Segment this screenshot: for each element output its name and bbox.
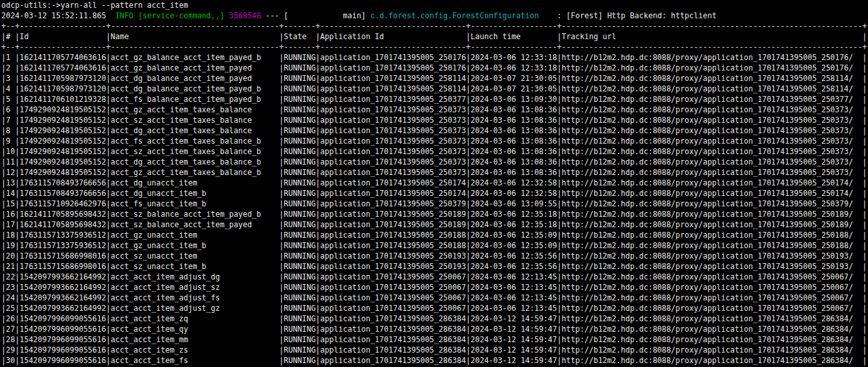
- log-context: [service-command,,]: [133, 11, 225, 20]
- table-row: |22|1542097993662164992|acct_acct_item_a…: [1, 272, 868, 282]
- table-row: |2 |1621411705774063616|acct_gz_balance_…: [1, 63, 868, 73]
- yarn-applications-table: +--+-------------------+----------------…: [1, 21, 868, 366]
- table-row: |10|1749290924819505152|acct_sz_acct_ite…: [1, 146, 868, 157]
- log-timestamp: 2024-03-12 15:52:11.865: [1, 11, 116, 20]
- log-thread: --- [ main]: [261, 11, 371, 20]
- table-row: |28|1542097996099055616|acct_acct_item_m…: [1, 334, 868, 345]
- table-row: |4 |1621411705987973120|acct_dg_balance_…: [1, 84, 868, 94]
- table-row: |25|1542097993662164992|acct_acct_item_a…: [1, 303, 868, 313]
- logger-name: c.d.forest.config.ForestConfiguration: [370, 11, 538, 20]
- shell-prompt-and-command: odcp-utils:->yarn-all --pattern acct_ite…: [1, 1, 188, 10]
- log-message: : [Forest] Http Backend: httpclient: [539, 11, 717, 20]
- table-row: |20|1763115715686998016|acct_sz_unacct_i…: [1, 251, 868, 261]
- table-row: |5 |1621411706101219328|acct_fs_balance_…: [1, 94, 868, 104]
- terminal-screen[interactable]: odcp-utils:->yarn-all --pattern acct_ite…: [0, 0, 868, 366]
- table-row: |9 |1749290924819505152|acct_fs_acct_ite…: [1, 136, 868, 146]
- table-row: |16|1621411705895698432|acct_sz_balance_…: [1, 209, 868, 219]
- table-header-row: |# |Id |Name |State |Application Id |Lau…: [1, 31, 868, 42]
- table-row: |11|1749290924819505152|acct_dg_acct_ite…: [1, 157, 868, 167]
- table-row: |6 |1749290924819505152|acct_gz_acct_ite…: [1, 104, 868, 115]
- table-row: |7 |1749290924819505152|acct_sz_acct_ite…: [1, 115, 868, 125]
- table-row: |26|1542097996099055616|acct_acct_item_z…: [1, 313, 868, 324]
- table-row: |12|1749290924819505152|acct_gz_acct_ite…: [1, 167, 868, 178]
- table-row: |15|1763115710926462976|acct_fs_unacct_i…: [1, 199, 868, 209]
- table-row: |1 |1621411705774063616|acct_gz_balance_…: [1, 52, 868, 63]
- table-row: |27|1542097996099055616|acct_acct_item_q…: [1, 324, 868, 334]
- table-row: |30|1542097996099055616|acct_acct_item_f…: [1, 355, 868, 366]
- table-row: |23|1542097993662164992|acct_acct_item_a…: [1, 282, 868, 293]
- table-row: |14|1763115708493766656|acct_dg_unacct_i…: [1, 188, 868, 199]
- table-row: |13|1763115708493766656|acct_dg_unacct_i…: [1, 178, 868, 188]
- table-border: +--+-------------------+----------------…: [1, 42, 868, 52]
- table-row: |18|1763115713375936512|acct_gz_unacct_i…: [1, 230, 868, 240]
- table-row: |17|1621411705895698432|acct_sz_balance_…: [1, 219, 868, 230]
- table-row: |24|1542097993662164992|acct_acct_item_a…: [1, 293, 868, 303]
- table-row: |3 |1621411705987973120|acct_dg_balance_…: [1, 73, 868, 84]
- log-pid: 3568548: [225, 11, 261, 20]
- log-level: INFO: [116, 11, 134, 20]
- command-line: odcp-utils:->yarn-all --pattern acct_ite…: [1, 0, 868, 10]
- table-row: |21|1763115715686998016|acct_sz_unacct_i…: [1, 261, 868, 272]
- table-row: |8 |1749290924819505152|acct_dg_acct_ite…: [1, 125, 868, 136]
- log-line: 2024-03-12 15:52:11.865 INFO [service-co…: [1, 10, 868, 21]
- table-border: +--+-------------------+----------------…: [1, 21, 868, 31]
- table-row: |19|1763115713375936512|acct_gz_unacct_i…: [1, 240, 868, 251]
- table-row: |29|1542097996099055616|acct_acct_item_z…: [1, 345, 868, 355]
